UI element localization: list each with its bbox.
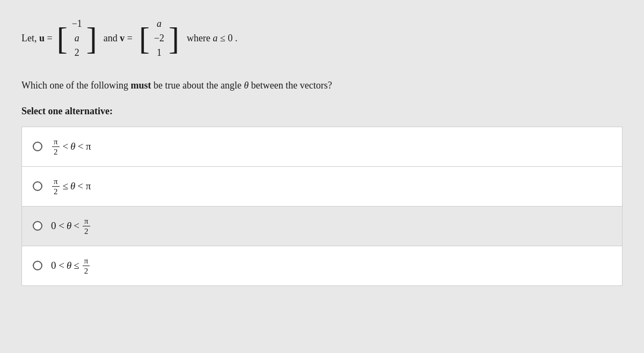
radio-2[interactable] xyxy=(33,181,42,191)
u-val-1: −1 xyxy=(72,17,82,31)
page-container: Let, u = [ −1 a 2 ] and v = [ a −2 1 ] w… xyxy=(0,0,644,353)
matrix-u: [ −1 a 2 ] xyxy=(57,16,97,61)
alternative-2[interactable]: π 2 ≤ θ < π xyxy=(22,167,622,207)
alternative-3[interactable]: 0 < θ < π 2 xyxy=(22,207,622,246)
radio-3[interactable] xyxy=(33,221,42,231)
v-val-1: a xyxy=(155,17,164,31)
matrix-v: [ a −2 1 ] xyxy=(139,16,179,61)
alt1-math: π 2 < θ < π xyxy=(51,137,91,157)
v-val-2: −2 xyxy=(154,32,164,45)
alt4-math: 0 < θ ≤ π 2 xyxy=(51,256,91,276)
bracket-right-u: ] xyxy=(86,23,97,55)
u-val-2: a xyxy=(72,32,81,45)
alt2-frac1: π 2 xyxy=(52,176,60,196)
let-u-label: Let, u = xyxy=(21,33,53,44)
and-label: and v = xyxy=(104,33,133,44)
alt1-frac1: π 2 xyxy=(52,137,60,157)
alt2-math: π 2 ≤ θ < π xyxy=(51,176,91,196)
bracket-right-v: ] xyxy=(169,23,179,55)
alt3-frac1: π 2 xyxy=(83,216,90,236)
alt2-num1: π xyxy=(52,176,60,187)
alternatives-container: π 2 < θ < π π 2 ≤ θ < π 0 < θ < xyxy=(21,127,623,286)
matrix-v-values: a −2 1 xyxy=(150,16,169,61)
select-label: Select one alternative: xyxy=(21,106,623,117)
alt4-den1: 2 xyxy=(83,266,90,276)
bracket-left-v: [ xyxy=(139,23,150,55)
must-bold: must xyxy=(130,80,151,91)
where-label: where a ≤ 0 . xyxy=(187,33,237,44)
alt3-den1: 2 xyxy=(83,226,90,236)
alternative-1[interactable]: π 2 < θ < π xyxy=(22,127,622,167)
alternative-4[interactable]: 0 < θ ≤ π 2 xyxy=(22,246,622,285)
alt4-frac1: π 2 xyxy=(83,256,90,276)
alt1-den1: 2 xyxy=(52,147,60,157)
matrix-u-values: −1 a 2 xyxy=(68,16,86,61)
radio-1[interactable] xyxy=(33,142,42,151)
u-val-3: 2 xyxy=(72,46,81,60)
v-val-3: 1 xyxy=(155,46,164,60)
alt3-math: 0 < θ < π 2 xyxy=(51,216,91,236)
alt3-num1: π xyxy=(83,216,90,226)
alt1-num1: π xyxy=(52,137,60,147)
question-text: Which one of the following must be true … xyxy=(21,78,623,93)
problem-header: Let, u = [ −1 a 2 ] and v = [ a −2 1 ] w… xyxy=(21,16,623,61)
alt4-num1: π xyxy=(83,256,90,266)
alt2-den1: 2 xyxy=(52,187,60,196)
radio-4[interactable] xyxy=(33,261,42,270)
bracket-left-u: [ xyxy=(57,23,68,55)
